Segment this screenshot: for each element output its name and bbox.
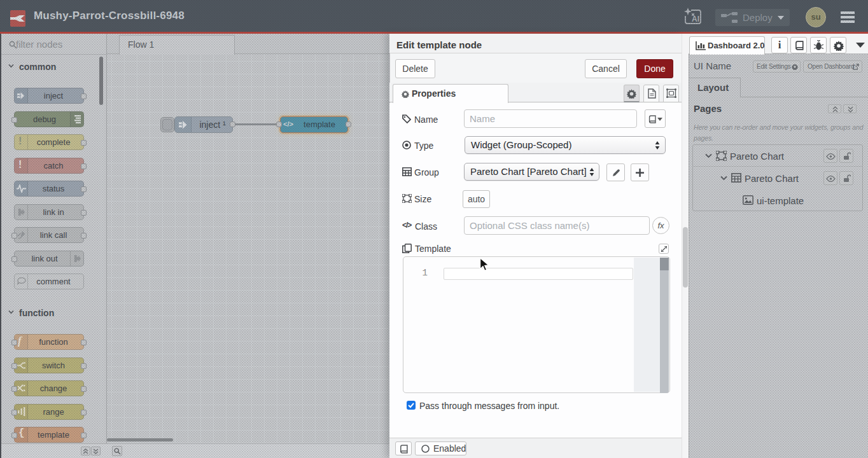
svg-text:AI: AI: [692, 15, 699, 24]
